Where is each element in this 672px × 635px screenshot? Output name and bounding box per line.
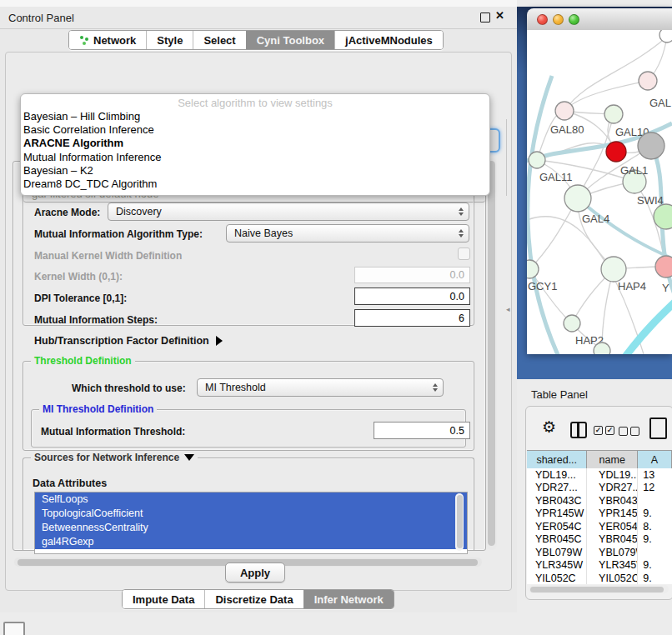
network-node-gal11[interactable] bbox=[529, 152, 545, 168]
algorithm-option-mutual-information-inference[interactable]: Mutual Information Inference bbox=[21, 151, 489, 164]
node-label-gal80: GAL80 bbox=[550, 123, 584, 136]
apply-button[interactable]: Apply bbox=[225, 562, 285, 582]
checked-box-icon[interactable]: ✓ bbox=[605, 426, 614, 435]
kernel-width-field[interactable]: 0.0 bbox=[354, 267, 470, 283]
network-node-hap4[interactable] bbox=[601, 257, 626, 282]
node-label-gal11: GAL11 bbox=[539, 171, 573, 183]
table-body: YDL19...YDL19...13YDR27...YDR27...12YBR0… bbox=[527, 468, 672, 584]
attribute-item-betweennesscentrality[interactable]: BetweennessCentrality bbox=[35, 521, 467, 535]
network-node-top-partial[interactable] bbox=[659, 30, 672, 42]
minimize-traffic-light[interactable] bbox=[553, 14, 564, 25]
network-node-gal80[interactable] bbox=[555, 102, 574, 120]
table-row[interactable]: YBR043CYBR043C bbox=[527, 494, 672, 508]
network-node-hap2[interactable] bbox=[564, 315, 580, 332]
sources-title: Sources for Network Inference bbox=[34, 452, 179, 463]
table-cell bbox=[638, 494, 672, 508]
network-node-pink-right[interactable] bbox=[655, 256, 672, 278]
network-node-gcy1[interactable] bbox=[527, 260, 539, 278]
dpi-tolerance-field[interactable]: 0.0 bbox=[354, 288, 470, 305]
sources-group-toggle[interactable]: Sources for Network Inference bbox=[31, 452, 198, 463]
column-header-a[interactable]: A bbox=[638, 451, 672, 469]
tab-network[interactable]: Network bbox=[69, 31, 146, 49]
algorithm-option-dream8-dc-tdc-algorithm[interactable]: Dream8 DC_TDC Algorithm bbox=[21, 178, 489, 191]
attribute-item-topologicalcoefficient[interactable]: TopologicalCoefficient bbox=[35, 507, 467, 521]
network-node-selected-red[interactable] bbox=[606, 142, 626, 162]
table-row[interactable]: YDR27...YDR27...12 bbox=[527, 482, 672, 495]
tab-label: Select bbox=[203, 34, 235, 47]
algorithm-option-bayesian-k2[interactable]: Bayesian – K2 bbox=[21, 164, 489, 178]
table-cell: YDL19... bbox=[527, 468, 587, 482]
node-label-gcy1: GCY1 bbox=[528, 280, 557, 292]
table-row[interactable]: YER054CYER054C8. bbox=[527, 520, 672, 533]
manual-kernel-checkbox[interactable] bbox=[458, 248, 470, 260]
column-layout-icon[interactable] bbox=[570, 422, 587, 438]
which-threshold-combo[interactable]: MI Threshold bbox=[197, 378, 444, 397]
table-row[interactable]: YBR045CYBR045C9. bbox=[527, 533, 672, 547]
table-panel-title: Table Panel bbox=[531, 388, 588, 401]
network-node-bottom-partial[interactable] bbox=[594, 342, 610, 354]
mi-algorithm-type-combo[interactable]: Naive Bayes bbox=[226, 224, 469, 242]
table-cell: 9. bbox=[638, 572, 672, 584]
network-node-swi4[interactable] bbox=[654, 204, 672, 229]
settings-scrollbar-thumb[interactable] bbox=[488, 161, 495, 546]
export-table-icon[interactable] bbox=[649, 418, 667, 439]
table-cell: YPR145W bbox=[527, 508, 587, 521]
network-node-gal10[interactable] bbox=[604, 105, 623, 123]
list-scrollbar-thumb[interactable] bbox=[457, 495, 463, 548]
minimized-panel-icon[interactable] bbox=[3, 622, 25, 635]
split-pane-handle[interactable]: ◂ bbox=[506, 305, 510, 313]
data-attributes-list: SelfLoopsTopologicalCoefficientBetweenne… bbox=[34, 492, 468, 554]
close-icon[interactable]: ✕ bbox=[495, 9, 504, 22]
algorithm-option-bayesian-hill-climbing[interactable]: Bayesian – Hill Climbing bbox=[21, 110, 489, 123]
network-icon bbox=[79, 35, 89, 45]
column-header-shared[interactable]: shared... bbox=[527, 451, 587, 469]
network-canvas[interactable]: GALGAL80GAL10GAL1GAL11GAL4SWI4GCY1HAP4YH… bbox=[527, 30, 672, 354]
table-row[interactable]: YLR345WYLR345W9. bbox=[527, 559, 672, 572]
close-traffic-light[interactable] bbox=[537, 14, 548, 25]
tab-discretize-data[interactable]: Discretize Data bbox=[204, 590, 303, 608]
unchecked-box-icon[interactable] bbox=[630, 427, 639, 436]
tab-cyni-toolbox[interactable]: Cyni Toolbox bbox=[246, 31, 334, 49]
attribute-item-selfloops[interactable]: SelfLoops bbox=[35, 492, 467, 507]
network-node-hub-gray[interactable] bbox=[638, 132, 664, 159]
table-row[interactable]: YPR145WYPR145W9. bbox=[527, 508, 672, 521]
combo-value: Discovery bbox=[116, 206, 459, 218]
unchecked-box-icon[interactable] bbox=[619, 427, 628, 436]
node-label-hap4: HAP4 bbox=[618, 280, 646, 292]
table-cell: YDR27... bbox=[587, 482, 638, 495]
hub-section-toggle[interactable]: Hub/Transcription Factor Definition bbox=[34, 335, 223, 347]
attribute-item-gal4rgexp[interactable]: gal4RGexp bbox=[35, 535, 467, 549]
table-scrollbar-thumb[interactable] bbox=[530, 587, 664, 592]
table-row[interactable]: YBL079WYBL079W bbox=[527, 546, 672, 559]
aracne-mode-combo[interactable]: Discovery bbox=[108, 202, 469, 221]
network-node-gal-cut[interactable] bbox=[639, 72, 657, 90]
checked-box-icon[interactable]: ✓ bbox=[594, 426, 603, 435]
table-row[interactable]: YIL052CYIL052C9. bbox=[527, 572, 672, 584]
tab-style[interactable]: Style bbox=[146, 31, 193, 49]
algorithm-option-aracne-algorithm[interactable]: ARACNE Algorithm bbox=[21, 137, 489, 150]
column-header-name[interactable]: name bbox=[587, 451, 638, 469]
gear-icon[interactable]: ⚙ bbox=[542, 419, 556, 435]
node-label-gal4: GAL4 bbox=[582, 212, 609, 225]
table-horizontal-scrollbar[interactable] bbox=[529, 585, 669, 593]
table-row[interactable]: YDL19...YDL19...13 bbox=[527, 468, 672, 482]
table-cell: YBR043C bbox=[527, 494, 587, 508]
zoom-traffic-light[interactable] bbox=[569, 14, 579, 25]
table-cell: 13 bbox=[638, 468, 672, 482]
node-label-gal1: GAL1 bbox=[620, 164, 648, 177]
combo-value: MI Threshold bbox=[205, 382, 433, 393]
float-window-icon[interactable] bbox=[480, 12, 490, 22]
tab-select[interactable]: Select bbox=[193, 31, 245, 49]
table-cell: 9. bbox=[638, 508, 672, 521]
mi-threshold-field[interactable]: 0.5 bbox=[374, 422, 470, 439]
control-panel-titlebar: Control Panel ✕ bbox=[0, 7, 517, 29]
mi-steps-field[interactable]: 6 bbox=[354, 309, 470, 327]
tab-infer-network[interactable]: Infer Network bbox=[303, 590, 394, 608]
tab-impute-data[interactable]: Impute Data bbox=[123, 590, 204, 608]
table-cell: YBR045C bbox=[527, 533, 587, 547]
network-node-gal4[interactable] bbox=[564, 185, 591, 212]
network-window-titlebar[interactable] bbox=[527, 8, 672, 31]
tab-jactivemnodules[interactable]: jActiveMNodules bbox=[334, 31, 443, 49]
table-cell: YER054C bbox=[527, 520, 587, 533]
algorithm-option-basic-correlation-inference[interactable]: Basic Correlation Inference bbox=[21, 123, 489, 137]
